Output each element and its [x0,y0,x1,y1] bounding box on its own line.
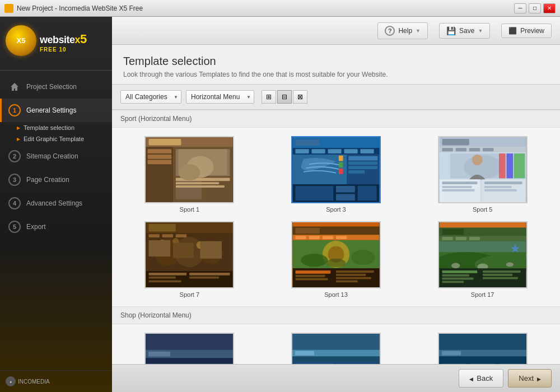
nav-items: Project Selection 1 General Settings ▶ T… [0,71,112,370]
template-thumb-sport1[interactable] [144,136,234,203]
section-header-sport: Sport (Horizontal Menu) [112,110,560,128]
svg-rect-152 [439,356,526,362]
section-header-shop: Shop (Horizontal Menu) [112,306,560,324]
maximize-button[interactable]: □ [529,3,541,13]
sidebar-item-advanced-settings[interactable]: 4 Advanced Settings [0,192,112,215]
template-label-sport17: Sport 17 [471,291,494,298]
sidebar-footer: ● INCOMEDIA [0,370,112,392]
svg-rect-105 [336,270,374,273]
svg-rect-130 [483,270,521,273]
template-item-sport5[interactable]: Sport 5 [413,136,552,213]
svg-rect-6 [148,160,172,165]
sidebar-subitem-edit-graphic-template[interactable]: ▶ Edit Graphic Template [11,133,112,144]
incomedia-badge: ● INCOMEDIA [6,376,50,386]
sidebar-item-sitemap-creation[interactable]: 2 Sitemap Creation [0,144,112,168]
sidebar-subitem-template-selection[interactable]: ▶ Template selection [11,122,112,133]
template-thumb-sport3[interactable] [291,136,381,203]
page-description: Look through the various Templates to fi… [123,71,549,78]
svg-rect-22 [328,149,341,153]
template-item-sport13[interactable]: Sport 13 [267,221,405,298]
help-button[interactable]: ? Help ▼ [377,22,428,39]
template-thumb-sport13[interactable] [291,221,381,288]
svg-rect-77 [173,243,194,258]
sidebar-item-general-settings[interactable]: 1 General Settings [0,99,112,122]
svg-rect-110 [439,222,526,228]
svg-rect-64 [149,224,176,232]
svg-rect-81 [149,277,176,279]
svg-rect-11 [176,185,225,188]
save-dropdown-icon: ▼ [478,28,483,34]
svg-rect-107 [336,277,371,279]
template-scroll[interactable]: Sport (Horizontal Menu) [112,110,560,364]
svg-point-99 [351,250,375,265]
svg-rect-156 [498,363,524,364]
svg-rect-28 [339,169,343,174]
template-thumb-shop3[interactable] [438,333,528,364]
svg-rect-106 [336,274,366,276]
close-button[interactable]: ✕ [543,3,556,13]
template-item-sport3[interactable]: Sport 3 [267,136,405,213]
preview-icon: ⬛ [508,27,517,35]
svg-rect-126 [442,270,477,273]
template-thumb-sport7[interactable] [144,221,234,288]
logo-brand: websitex5 [40,32,87,46]
sidebar-item-export[interactable]: 5 Export [0,215,112,239]
svg-point-100 [326,259,346,267]
subitem-label-edit-graphic: Edit Graphic Template [24,136,84,142]
template-item-shop3[interactable]: Shop 3 [413,333,552,364]
view-large-button[interactable]: ⊞ [262,90,276,104]
svg-rect-23 [344,149,357,153]
view-small-button[interactable]: ⊠ [293,90,307,104]
back-button[interactable]: Back [459,369,503,388]
save-button[interactable]: 💾 Save ▼ [439,23,490,39]
template-thumb-sport5[interactable] [438,136,528,203]
window-controls[interactable]: ─ □ ✕ [514,3,556,13]
template-thumb-shop1[interactable] [144,333,234,364]
sidebar-num-3: 3 [8,174,21,186]
svg-rect-132 [483,277,518,279]
logo-area: X5 websitex5 FREE 10 [0,17,112,71]
sidebar-num-4: 4 [8,197,21,209]
svg-rect-32 [348,166,377,169]
sidebar-item-project-selection[interactable]: Project Selection [0,75,112,99]
view-medium-button[interactable]: ⊟ [277,90,292,104]
logo-edition: FREE 10 [40,46,87,53]
template-item-sport7[interactable]: Sport 7 [120,221,259,298]
help-label: Help [398,27,412,35]
menu-select[interactable]: Horizontal Menu Vertical Menu No Menu [186,90,254,104]
svg-rect-36 [336,186,355,193]
page-header: Template selection Look through the vari… [112,45,560,85]
svg-rect-30 [348,156,377,161]
sidebar-item-page-creation[interactable]: 3 Page Creation [0,168,112,192]
svg-rect-102 [295,270,330,274]
sidebar-num-1: 1 [8,104,21,116]
svg-rect-31 [348,162,377,165]
svg-rect-27 [339,162,343,167]
template-label-sport13: Sport 13 [324,291,348,298]
template-item-shop2[interactable]: Shop 2 [267,333,405,364]
section-label-shop: Shop (Horizontal Menu) [120,311,192,319]
svg-rect-33 [348,170,365,174]
svg-rect-147 [336,363,377,364]
minimize-button[interactable]: ─ [514,3,526,13]
svg-rect-5 [148,155,172,159]
template-thumb-shop2[interactable] [291,333,381,364]
svg-rect-44 [455,148,466,151]
svg-rect-92 [323,236,333,239]
preview-button[interactable]: ⬛ Preview [501,24,552,38]
svg-rect-56 [442,186,472,188]
logo-circle: X5 [6,25,36,56]
template-item-sport1[interactable]: Sport 1 [120,136,259,213]
template-thumb-sport17[interactable] [438,221,528,288]
svg-rect-51 [506,153,513,178]
category-select[interactable]: All Categories Sport Business Shop [120,90,181,104]
next-button[interactable]: Next [508,369,552,388]
template-item-sport17[interactable]: Sport 17 [413,221,552,298]
svg-rect-50 [499,153,506,178]
sidebar-label-sitemap: Sitemap Creation [26,152,78,160]
app-icon [4,4,13,13]
template-item-shop1[interactable]: Shop 1 [120,333,259,364]
template-label-sport1: Sport 1 [180,206,199,213]
sidebar-label-export: Export [26,223,46,231]
incomedia-icon: ● [6,376,16,386]
